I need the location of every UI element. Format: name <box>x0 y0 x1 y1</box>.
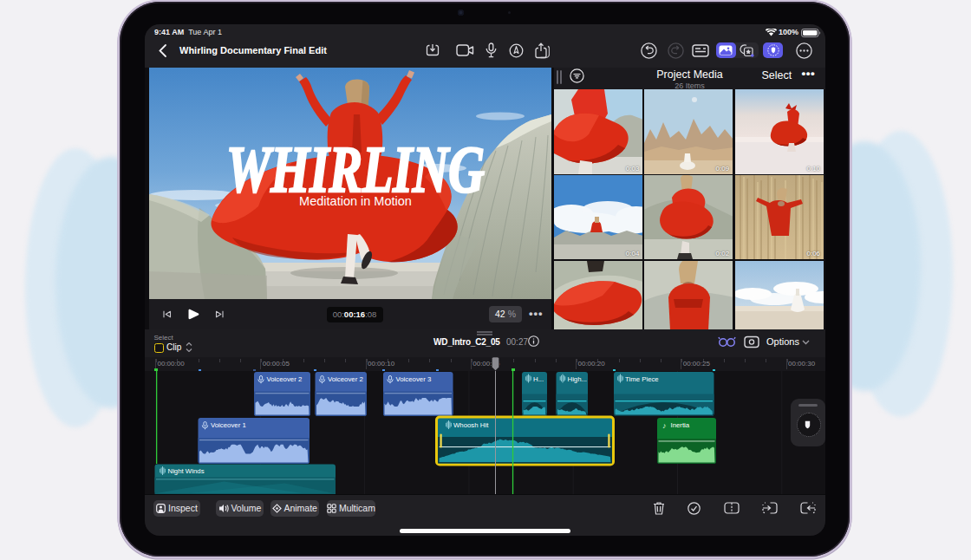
svg-text:Voiceover 3: Voiceover 3 <box>396 375 432 383</box>
svg-text:H...: H... <box>533 375 544 383</box>
svg-text:♪: ♪ <box>662 421 667 430</box>
svg-text:Whoosh Hit: Whoosh Hit <box>453 421 489 429</box>
svg-text:High...: High... <box>568 375 588 383</box>
svg-text:Meditation in Motion: Meditation in Motion <box>299 194 412 208</box>
svg-text:Inertia: Inertia <box>671 421 690 429</box>
svg-text:Voiceover 1: Voiceover 1 <box>211 421 246 429</box>
svg-text:Voiceover 2: Voiceover 2 <box>328 375 363 383</box>
svg-text:Time Piece: Time Piece <box>625 375 659 383</box>
svg-text:Voiceover 2: Voiceover 2 <box>267 375 303 383</box>
svg-text:Night Winds: Night Winds <box>168 467 205 475</box>
